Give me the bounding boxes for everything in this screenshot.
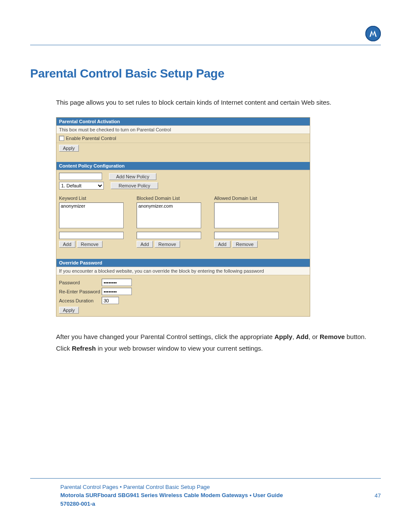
allowed-list-label: Allowed Domain List: [214, 196, 279, 201]
config-panel: Parental Control Activation This box mus…: [56, 117, 310, 317]
activation-apply-button[interactable]: Apply: [59, 145, 79, 152]
guide-title: Motorola SURFboard SBG941 Series Wireles…: [60, 491, 381, 500]
blocked-list-label: Blocked Domain List: [137, 196, 201, 201]
page-title: Parental Control Basic Setup Page: [30, 67, 381, 81]
password-label: Password: [59, 278, 102, 287]
allowed-list-column: Allowed Domain List Add Remove: [214, 196, 279, 248]
enable-parental-checkbox[interactable]: [59, 136, 64, 141]
blocked-remove-button[interactable]: Remove: [155, 241, 180, 248]
remove-policy-button[interactable]: Remove Policy: [111, 182, 158, 189]
footer-divider: [30, 478, 381, 479]
outro-text: After you have changed your Parental Con…: [56, 332, 381, 353]
motorola-icon: [365, 26, 381, 41]
access-duration-label: Access Duration: [59, 296, 102, 305]
allowed-remove-button[interactable]: Remove: [232, 241, 258, 248]
activation-header: Parental Control Activation: [56, 118, 310, 126]
override-header: Override Password: [56, 259, 310, 267]
add-policy-button[interactable]: Add New Policy: [109, 173, 156, 180]
keyword-remove-button[interactable]: Remove: [77, 241, 103, 248]
allowed-add-button[interactable]: Add: [214, 241, 230, 248]
access-duration-input[interactable]: [102, 297, 119, 304]
intro-text: This page allows you to set rules to blo…: [56, 98, 381, 107]
policy-select[interactable]: 1. Default: [59, 182, 104, 190]
reenter-password-input[interactable]: [102, 288, 132, 295]
blocked-list-column: Blocked Domain List anonymizer.com Add R…: [137, 196, 201, 248]
override-desc: If you encounter a blocked website, you …: [56, 267, 310, 275]
allowed-add-input[interactable]: [214, 232, 279, 239]
blocked-add-button[interactable]: Add: [137, 241, 153, 248]
doc-number: 570280-001-a: [60, 500, 381, 508]
password-input[interactable]: [102, 279, 132, 286]
breadcrumb: Parental Control Pages • Parental Contro…: [60, 483, 381, 492]
keyword-list-label: Keyword List: [59, 196, 124, 201]
enable-parental-label: Enable Parental Control: [66, 136, 116, 141]
keyword-add-input[interactable]: [59, 232, 124, 239]
page-number: 47: [375, 492, 381, 500]
policy-header: Content Policy Configuration: [56, 162, 310, 170]
keyword-list-box[interactable]: anonymizer: [59, 202, 124, 228]
allowed-list-box[interactable]: [214, 202, 279, 228]
override-apply-button[interactable]: Apply: [59, 307, 79, 314]
reenter-password-label: Re-Enter Password: [59, 287, 102, 296]
header-divider: [30, 45, 381, 45]
blocked-list-box[interactable]: anonymizer.com: [137, 202, 201, 228]
brand-logo: [365, 26, 381, 41]
keyword-add-button[interactable]: Add: [59, 241, 75, 248]
activation-desc: This box must be checked to turn on Pare…: [56, 126, 310, 134]
new-policy-input[interactable]: [59, 173, 102, 180]
page-footer: Parental Control Pages • Parental Contro…: [60, 483, 381, 508]
blocked-add-input[interactable]: [137, 232, 201, 239]
keyword-list-column: Keyword List anonymizer Add Remove: [59, 196, 124, 248]
